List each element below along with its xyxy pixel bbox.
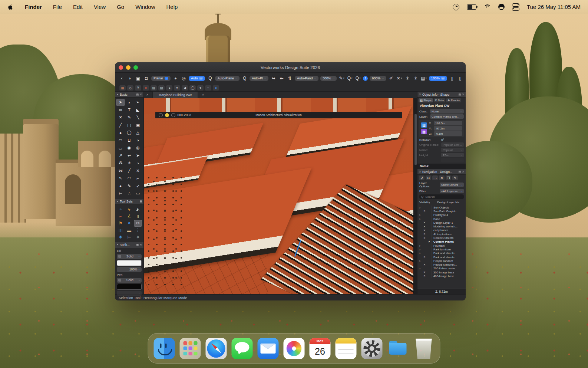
x-field[interactable]: 193.5m (434, 121, 462, 125)
flip-cursor-icon[interactable]: ⇅ (287, 76, 293, 81)
layer-name[interactable]: early traces (432, 229, 448, 232)
toolset-5[interactable]: ▯ (134, 213, 142, 220)
working-plane-icon[interactable]: ▦ (421, 122, 427, 128)
close-icon[interactable]: ✕ (140, 93, 142, 96)
pen-color-swatch[interactable] (117, 284, 142, 290)
toolset-6[interactable]: ⚑ (116, 220, 125, 227)
layer-row-10[interactable]: ○Fountain (417, 244, 466, 247)
basic-tool-6[interactable]: ✕ (116, 114, 125, 121)
toolset-9[interactable]: ◫ (116, 227, 125, 234)
auto-pl-select[interactable]: Auto-Pl⌵ (250, 76, 268, 81)
layer-name[interactable]: AI inspirations (432, 233, 452, 236)
annotate-pen-icon[interactable]: ✑ (465, 76, 466, 81)
eraser-icon[interactable]: ✐ (388, 76, 394, 81)
panel-menu-icon[interactable]: ▤ (459, 93, 461, 96)
basic-tool-5[interactable]: ◣ (134, 106, 142, 114)
visibility-cell[interactable] (417, 263, 422, 266)
basic-tool-37[interactable]: ∴ (125, 190, 133, 197)
menu-help[interactable]: Help (166, 4, 178, 10)
rotate-icon[interactable]: ◕ (172, 76, 179, 81)
layer-row-2[interactable]: ○Prototype-1 (417, 213, 466, 217)
toolset-8[interactable]: ✂ (134, 220, 142, 227)
dock-folder-icon[interactable] (387, 338, 409, 359)
layer-row-17[interactable]: ✕300-Image base (417, 270, 466, 274)
visibility-cell[interactable]: ✕ (422, 236, 427, 240)
visibility-cell[interactable] (427, 209, 432, 213)
basic-tool-35[interactable]: ↙ (134, 183, 142, 190)
visibility-cell[interactable] (427, 244, 432, 247)
close-icon[interactable]: ✕ (462, 170, 464, 173)
menu-go[interactable]: Go (117, 4, 124, 10)
mode-button-10[interactable]: ▾ (197, 85, 204, 91)
visibility-cell[interactable]: ✕ (422, 255, 427, 259)
basic-tool-19[interactable]: ◉ (125, 144, 133, 152)
visibility-cell[interactable] (427, 232, 432, 236)
visibility-cell[interactable]: ✕ (422, 224, 427, 228)
zoom-level-select[interactable]: 300%⌵ (320, 76, 337, 81)
layer-name[interactable]: Design Layer-1 (432, 221, 453, 224)
mode-button-8[interactable]: ◀ (182, 85, 188, 91)
panel-menu-icon[interactable]: ▤ (459, 170, 461, 173)
close-icon[interactable]: ✕ (419, 170, 421, 173)
toolset-13[interactable]: ⊢ (125, 234, 133, 241)
basic-tool-30[interactable]: ↖ (116, 175, 125, 182)
visibility-cell[interactable] (427, 221, 432, 224)
delete-layer-icon[interactable]: ✕ (439, 175, 445, 180)
dock-finder-icon[interactable] (154, 338, 175, 359)
edit-layer-icon[interactable]: ✎ (452, 175, 458, 180)
duplicate-layer-icon[interactable]: ❐ (446, 175, 451, 180)
close-icon[interactable]: ✕ (419, 93, 421, 96)
dock-trash-icon[interactable] (413, 338, 435, 359)
close-icon[interactable]: ✕ (202, 93, 204, 96)
pen-mode-select[interactable]: Solid⌵ (117, 278, 142, 283)
toolset-0[interactable]: ≈ (116, 206, 125, 213)
clock-icon[interactable] (453, 4, 459, 10)
scrollbar-thumb[interactable] (414, 114, 417, 165)
basic-palette-header[interactable]: ✕ Basic ▤ ✕ (115, 92, 143, 98)
close-icon[interactable]: ✕ (462, 93, 464, 96)
layer-row-13[interactable]: ✕Park and streets (417, 255, 466, 259)
visibility-cell[interactable]: ✕ (422, 221, 427, 224)
layer-options-select[interactable]: Show Others⌵ (440, 183, 464, 187)
sheet-book-icon[interactable]: ▤▾ (421, 76, 427, 81)
object-box-icon[interactable]: ▣ (135, 76, 141, 81)
close-icon[interactable]: ✕ (146, 93, 149, 96)
battery-icon[interactable] (467, 4, 476, 10)
basic-tool-0[interactable]: ➤ (116, 99, 125, 106)
fill-opacity-stepper[interactable]: 100%⌵ (117, 267, 142, 272)
basic-tool-15[interactable]: ◠ (116, 137, 125, 144)
visibility-cell[interactable] (422, 213, 427, 217)
visibility-cell[interactable] (422, 240, 427, 244)
toolset-14[interactable]: ✳ (134, 234, 142, 241)
visibility-cell[interactable] (427, 213, 432, 217)
scale-stepper[interactable]: 600%⌵ (370, 76, 386, 81)
basic-tool-25[interactable]: ✳ (125, 160, 133, 167)
panel-menu-icon[interactable]: ▦ (139, 200, 142, 203)
visibility-cell[interactable] (427, 267, 432, 270)
visibility-cell[interactable] (422, 252, 427, 255)
open-doc-icon[interactable]: ▯ (457, 76, 463, 81)
basic-tool-28[interactable]: ╱ (125, 167, 133, 175)
mode-button-5[interactable]: ▧ (158, 85, 165, 91)
cursor-tool-icon[interactable]: ⊀ (419, 175, 425, 180)
layer-name[interactable]: People random (432, 259, 453, 263)
visibility-cell[interactable] (422, 217, 427, 221)
basic-tool-9[interactable]: ╱ (116, 122, 125, 129)
basic-tool-12[interactable]: ● (116, 129, 125, 137)
mode-button-4[interactable]: ▨ (151, 85, 157, 91)
layer-name[interactable]: Park and streets (432, 256, 455, 259)
layer-select[interactable]: Context-Plants and...⌵ (430, 114, 464, 119)
name-column-header[interactable]: Design Layer Na... (437, 201, 462, 204)
layer-row-16[interactable]: ○200-Urban conte... (417, 267, 466, 270)
basic-tool-10[interactable]: ▢ (125, 122, 133, 129)
object-info-header[interactable]: ✕ Object Info - Shape ▤ ✕ (417, 92, 466, 98)
control-center-icon[interactable] (512, 3, 519, 11)
visibility-cell[interactable]: ✕ (422, 232, 427, 236)
auto-select[interactable]: Auto⌵ (189, 76, 205, 81)
visibility-cell[interactable]: ○ (417, 259, 422, 263)
mode-button-3[interactable]: ✕ (143, 85, 149, 91)
visibility-cell[interactable]: ○ (417, 206, 422, 209)
layer-name[interactable]: Park furniture (432, 248, 451, 251)
basic-tool-11[interactable]: ▣ (134, 122, 142, 129)
back-icon[interactable]: ‹ (119, 76, 125, 81)
